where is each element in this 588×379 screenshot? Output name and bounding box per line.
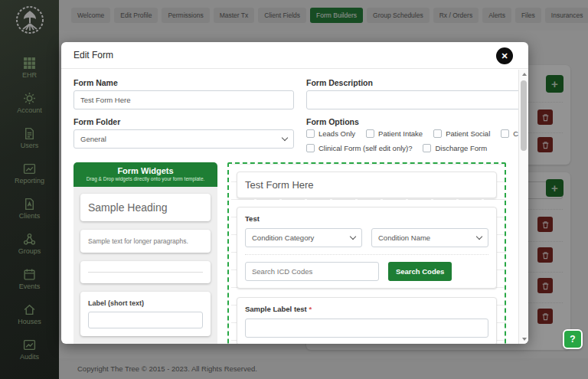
form-folder-select[interactable]: General xyxy=(74,129,294,149)
modal-body: Form Name Form Description Form Folder G… xyxy=(61,70,518,344)
form-folder-label: Form Folder xyxy=(74,117,294,126)
checkbox-icon xyxy=(433,129,442,138)
form-name-input[interactable] xyxy=(74,90,294,109)
checkbox-row: Clinical Form (self edit only)? Discharg… xyxy=(306,144,518,152)
scroll-down-arrow[interactable] xyxy=(519,335,528,344)
modal-title: Edit Form xyxy=(74,50,113,60)
checkbox-patient-intake[interactable]: Patient Intake xyxy=(366,129,423,138)
form-widgets-list: Sample Heading Sample text for longer pa… xyxy=(74,187,217,344)
preview-form-title: Test Form Here xyxy=(245,179,488,191)
form-description-label: Form Description xyxy=(306,78,518,87)
condition-category-value: Condition Category xyxy=(252,234,351,242)
condition-field-label: Test xyxy=(245,214,488,223)
chevron-down-icon xyxy=(476,234,482,240)
condition-name-select[interactable]: Condition Name xyxy=(371,228,488,247)
checkbox-row: Leads Only Patient Intake Patient Social… xyxy=(306,129,518,138)
widget-heading[interactable]: Sample Heading xyxy=(80,194,211,221)
widget-heading-text: Sample Heading xyxy=(88,201,203,214)
checkbox-clinical-view-only[interactable]: Clinical View Only? xyxy=(501,129,518,138)
condition-name-value: Condition Name xyxy=(378,234,477,242)
checkbox-label: Clinical Form (self edit only)? xyxy=(318,144,412,152)
condition-category-select[interactable]: Condition Category xyxy=(245,228,362,247)
widget-label: Label (short text) xyxy=(88,299,203,307)
form-widgets-header: Form Widgets Drag & Drop widgets directl… xyxy=(74,162,217,187)
preview-sample-label-card[interactable]: Sample Label test * xyxy=(237,297,497,344)
widget-divider[interactable] xyxy=(80,261,211,283)
scrollbar-thumb[interactable] xyxy=(521,80,527,151)
checkbox-icon xyxy=(306,129,315,138)
checkbox-icon xyxy=(423,144,431,152)
form-template-dropzone[interactable]: Test Form Here Test Condition Category C… xyxy=(227,162,506,344)
chevron-down-icon xyxy=(282,135,288,141)
scroll-up-arrow[interactable] xyxy=(519,70,528,79)
form-widgets-panel: Form Widgets Drag & Drop widgets directl… xyxy=(74,162,217,344)
widget-text-input[interactable] xyxy=(88,312,203,328)
form-widgets-subtitle: Drag & Drop widgets directly onto your f… xyxy=(78,176,213,181)
checkbox-label: Leads Only xyxy=(318,129,355,138)
checkbox-label: Patient Social xyxy=(446,129,490,138)
chevron-down-icon xyxy=(350,234,356,240)
form-widgets-title: Form Widgets xyxy=(78,166,213,175)
checkbox-icon xyxy=(501,129,509,138)
widget-short-text[interactable]: Label (short text) xyxy=(80,292,211,336)
form-builder-section: Form Widgets Drag & Drop widgets directl… xyxy=(74,162,506,344)
triangle-up-icon xyxy=(522,73,527,76)
divider-line xyxy=(88,272,203,273)
form-folder-value: General xyxy=(80,135,283,143)
form-options-checkboxes: Leads Only Patient Intake Patient Social… xyxy=(306,129,518,152)
search-codes-button[interactable]: Search Codes xyxy=(388,262,452,281)
preview-form-title-card[interactable]: Test Form Here xyxy=(237,172,497,198)
close-button[interactable]: ✕ xyxy=(496,47,513,64)
sample-label-input[interactable] xyxy=(245,319,488,338)
checkbox-clinical-form[interactable]: Clinical Form (self edit only)? xyxy=(306,144,412,152)
form-meta-section: Form Name Form Description Form Folder G… xyxy=(74,78,506,152)
form-description-input[interactable] xyxy=(306,90,518,109)
form-name-label: Form Name xyxy=(74,78,294,87)
checkbox-leads-only[interactable]: Leads Only xyxy=(306,129,355,138)
form-options-label: Form Options xyxy=(306,117,518,126)
modal-header: Edit Form xyxy=(61,42,528,69)
form-name-group: Form Name xyxy=(74,78,294,109)
sample-label-text: Sample Label test xyxy=(245,305,307,313)
edit-form-modal: Edit Form ✕ Form Name Form Description F… xyxy=(61,42,528,344)
preview-condition-card[interactable]: Test Condition Category Condition Name xyxy=(237,207,497,289)
form-description-group: Form Description xyxy=(306,78,518,109)
triangle-down-icon xyxy=(522,338,527,341)
checkbox-label: Discharge Form xyxy=(435,144,487,152)
question-mark-icon: ? xyxy=(570,334,575,345)
modal-scrollbar[interactable] xyxy=(518,70,528,344)
widget-paragraph-text: Sample text for longer paragraphs. xyxy=(88,237,203,245)
icd-search-input[interactable] xyxy=(245,262,379,281)
required-asterisk: * xyxy=(309,305,312,313)
form-options-group: Form Options Leads Only Patient Intake P… xyxy=(306,117,518,152)
widget-paragraph[interactable]: Sample text for longer paragraphs. xyxy=(80,230,211,253)
form-folder-group: Form Folder General xyxy=(74,117,294,152)
help-button[interactable]: ? xyxy=(563,329,583,349)
app-screen: + + xyxy=(0,0,588,379)
checkbox-icon xyxy=(366,129,374,138)
dotted-divider xyxy=(245,254,488,255)
checkbox-patient-social[interactable]: Patient Social xyxy=(433,129,490,138)
close-icon: ✕ xyxy=(501,51,508,61)
checkbox-label: Clinical View Only? xyxy=(513,129,518,138)
sample-label: Sample Label test * xyxy=(245,305,488,313)
checkbox-label: Patient Intake xyxy=(378,129,423,138)
checkbox-discharge-form[interactable]: Discharge Form xyxy=(423,144,487,152)
checkbox-icon xyxy=(306,144,315,152)
